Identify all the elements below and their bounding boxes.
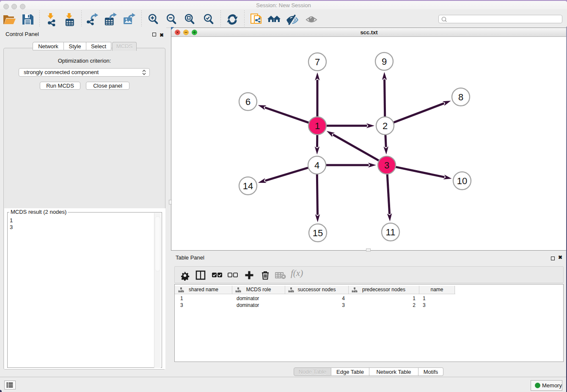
svg-text:11: 11	[386, 227, 396, 237]
svg-text:14: 14	[243, 181, 253, 191]
svg-text:8: 8	[458, 92, 463, 102]
svg-text:7: 7	[315, 57, 320, 67]
svg-text:9: 9	[382, 56, 387, 67]
svg-text:3: 3	[384, 160, 389, 171]
svg-text:15: 15	[313, 228, 323, 238]
svg-text:6: 6	[245, 97, 250, 107]
svg-text:1: 1	[315, 121, 320, 131]
svg-text:4: 4	[314, 160, 319, 171]
svg-text:2: 2	[383, 121, 388, 131]
svg-text:10: 10	[457, 176, 467, 186]
